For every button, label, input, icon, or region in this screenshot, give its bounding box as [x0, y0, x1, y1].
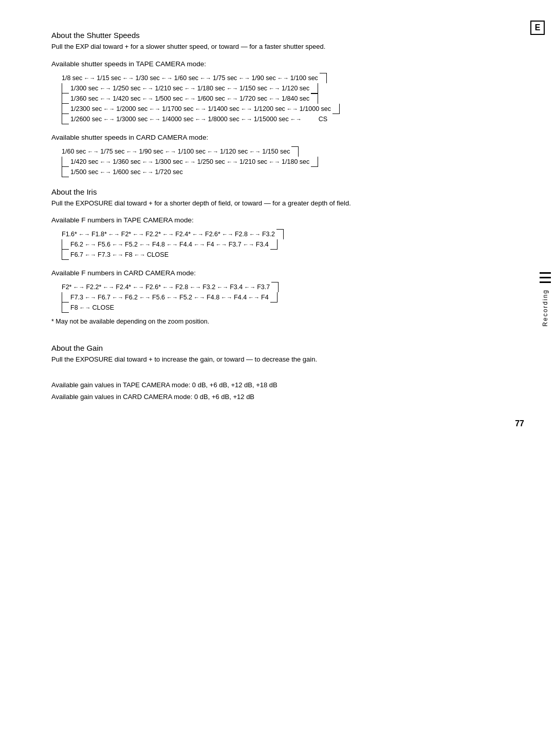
- tf-r1-s3: F2*: [121, 231, 131, 238]
- ts-r5-s2: 1/3000 sec: [116, 116, 147, 123]
- tf-r2-s8: F3.4: [256, 241, 269, 248]
- recording-line1: [540, 272, 551, 274]
- cs-r1-s4: 1/100 sec: [178, 148, 206, 155]
- ts-r4-s4: 1/1400 sec: [208, 105, 239, 112]
- cf-r1-s2: F2.2*: [86, 284, 101, 291]
- tape-camera-shutter-label: Available shutter speeds in TAPE CAMERA …: [51, 60, 514, 68]
- cf-r3-s2: CLOSE: [92, 304, 114, 311]
- cf-r3-lbracket: [62, 303, 69, 313]
- gain-section: About the Gain Pull the EXPOSURE dial to…: [51, 335, 514, 403]
- cs-r3-lbracket: [62, 167, 69, 177]
- cs-r1-bracket: [291, 146, 299, 157]
- ts-r1-s5: 1/75 sec: [213, 74, 237, 82]
- ts-r5-s4: 1/8000 sec: [208, 116, 239, 123]
- tf-r3-s3: F8: [125, 251, 133, 258]
- iris-desc: Pull the EXPOSURE dial toward + for a sh…: [51, 198, 514, 209]
- ts-r1-s3: 1/30 sec: [136, 74, 160, 82]
- tf-r2-s7: F3.7: [229, 241, 242, 248]
- ts-r1-bracket: [320, 73, 327, 83]
- cs-r2-s5: 1/210 sec: [239, 158, 267, 165]
- ts-r4-s5: 1/1200 sec: [254, 105, 285, 112]
- cs-r2-s2: 1/360 sec: [113, 158, 140, 165]
- cf-r1-s5: F2.8: [175, 284, 188, 291]
- cs-r3-s1: 1/500 sec: [70, 168, 98, 176]
- cs-r1-s6: 1/150 sec: [262, 148, 290, 155]
- ts-r3-rbracket: [311, 93, 318, 104]
- iris-footnote: * May not be available depending on the …: [51, 318, 514, 325]
- ts-r3-s1: 1/360 sec: [70, 95, 98, 102]
- cs-r1-s1: 1/60 sec: [62, 148, 86, 155]
- cf-r1-s7: F3.4: [230, 284, 243, 291]
- cf-r2-s2: F6.7: [98, 294, 110, 301]
- cf-r1-s8: F3.7: [257, 284, 270, 291]
- tf-r2-s4: F4.8: [152, 241, 165, 248]
- tf-r1-bracket: [276, 229, 284, 239]
- shutter-speeds-title: About the Shutter Speeds: [51, 31, 514, 40]
- tf-r1-s5: F2.4*: [175, 231, 191, 238]
- tf-r1-s4: F2.2*: [145, 231, 161, 238]
- cs-r2-s4: 1/250 sec: [197, 158, 225, 165]
- ts-r3-s2: 1/420 sec: [113, 95, 140, 102]
- cf-r2-s6: F4.8: [207, 294, 219, 301]
- card-fnumber-label: Available F numbers in CARD CAMERA mode:: [51, 269, 514, 277]
- ts-r3-s4: 1/600 sec: [197, 95, 225, 102]
- ts-r2-s6: 1/120 sec: [282, 85, 309, 92]
- cs-r1-s3: 1/90 sec: [139, 148, 163, 155]
- cf-r1-bracket: [271, 282, 279, 292]
- ts-r5-s3: 1/4000 sec: [162, 116, 193, 123]
- recording-line2: [540, 277, 551, 278]
- shutter-speeds-desc: Pull the EXP dial toward + for a slower …: [51, 42, 514, 52]
- ts-r4-s6: 1/1000 sec: [300, 105, 331, 112]
- tf-r3-s2: F7.3: [98, 251, 110, 258]
- ts-r4-s3: 1/1700 sec: [162, 105, 193, 112]
- ts-r1-s1: 1/8 sec: [62, 74, 82, 82]
- cs-r3-s3: 1/720 sec: [155, 168, 182, 176]
- ts-r3-s5: 1/720 sec: [239, 95, 267, 102]
- tf-r2-lbracket: [62, 239, 69, 250]
- tf-r2-rbracket: [270, 239, 278, 250]
- ts-r2-s5: 1/150 sec: [239, 85, 267, 92]
- gain-title: About the Gain: [51, 344, 514, 352]
- tf-r1-s7: F2.8: [235, 231, 248, 238]
- cf-r3-s1: F8: [70, 304, 78, 311]
- ts-r5-lbracket: [62, 114, 69, 124]
- tf-r2-s5: F4.4: [179, 241, 192, 248]
- cf-r1-s6: F3.2: [202, 284, 215, 291]
- ts-r3-s6: 1/840 sec: [282, 95, 309, 102]
- tf-r1-s2: F1.8*: [91, 231, 107, 238]
- cf-r2-s1: F7.3: [70, 294, 83, 301]
- ts-r1-s2: 1/15 sec: [97, 74, 121, 82]
- gain-desc: Pull the EXPOSURE dial toward + to incre…: [51, 354, 514, 365]
- ts-r3-s3: 1/500 sec: [155, 95, 182, 102]
- iris-title: About the Iris: [51, 187, 514, 196]
- tf-r1-s1: F1.6*: [62, 231, 77, 238]
- ts-r2-s2: 1/250 sec: [113, 85, 140, 92]
- shutter-speeds-section: About the Shutter Speeds Pull the EXP di…: [51, 31, 514, 177]
- cs-r1-s5: 1/120 sec: [220, 148, 248, 155]
- iris-section: About the Iris Pull the EXPOSURE dial to…: [51, 187, 514, 326]
- gain-tape-label: Available gain values in TAPE CAMERA mod…: [51, 379, 514, 391]
- ts-r4-rbracket: [332, 104, 340, 114]
- ts-r1-s7: 1/100 sec: [290, 74, 318, 82]
- cs-r2-s6: 1/180 sec: [282, 158, 309, 165]
- cf-r2-s8: F4: [261, 294, 269, 301]
- ts-r4-s2: 1/2000 sec: [116, 105, 147, 112]
- ts-r2-s4: 1/180 sec: [197, 85, 225, 92]
- page-container: E Recording About the Shutter Speeds Pul…: [0, 0, 555, 444]
- cs-r2-s1: 1/420 sec: [70, 158, 98, 165]
- card-fnumber-diagram: F2* ←→ F2.2* ←→ F2.4* ←→ F2.6* ←→ F2.8 ←…: [62, 282, 514, 313]
- tf-r2-s3: F5.2: [125, 241, 138, 248]
- cf-r2-s4: F5.6: [152, 294, 165, 301]
- ts-r5-s1: 1/2600 sec: [70, 116, 102, 123]
- ts-r2-lbracket: [62, 83, 69, 93]
- ts-r1-s4: 1/60 sec: [174, 74, 198, 82]
- tape-fnumber-diagram: F1.6* ←→ F1.8* ←→ F2* ←→ F2.2* ←→ F2.4* …: [62, 229, 514, 260]
- tf-r3-s4: CLOSE: [147, 251, 169, 258]
- ts-r5-s5: 1/15000 sec: [254, 116, 289, 123]
- cf-r1-s1: F2*: [62, 284, 71, 291]
- tape-shutter-diagram: 1/8 sec ←→ 1/15 sec ←→ 1/30 sec ←→ 1/60 …: [62, 73, 514, 124]
- cf-r1-s4: F2.6*: [145, 284, 161, 291]
- gain-card-label: Available gain values in CARD CAMERA mod…: [51, 391, 514, 403]
- tf-r2-s6: F4: [207, 241, 214, 248]
- tf-r1-s6: F2.6*: [205, 231, 220, 238]
